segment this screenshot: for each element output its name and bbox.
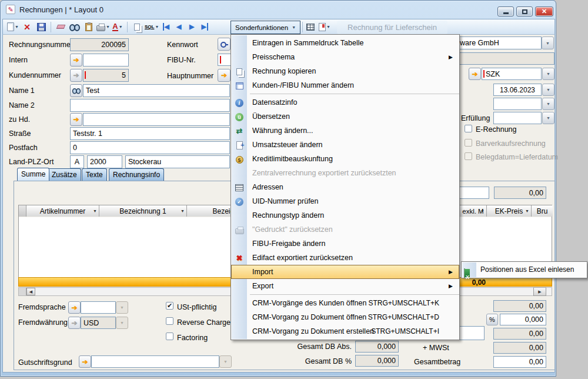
delete-button[interactable]: ✕ — [21, 21, 34, 34]
tab-zusaetze[interactable]: Zusätze — [48, 168, 81, 181]
font-button[interactable]: A▼ — [111, 21, 124, 34]
name2-field[interactable] — [70, 99, 230, 112]
name1-field[interactable]: Test — [83, 84, 230, 97]
strasse-field[interactable]: Teststr. 1 — [70, 127, 230, 140]
new-document-button[interactable]: ▼ — [6, 21, 19, 34]
belegdatum-dropdown-button[interactable]: ▼ — [542, 84, 554, 96]
menu-item-positionen-aus-excel[interactable]: Positionen aus Excel einlesen — [462, 262, 587, 278]
close-button[interactable]: ✕ — [535, 6, 553, 16]
factoring-checkbox[interactable] — [166, 333, 173, 340]
scroll-left-button[interactable]: ◀ — [26, 288, 35, 295]
postfach-field[interactable]: 0 — [70, 141, 230, 154]
fremdsprache-field[interactable] — [81, 301, 116, 314]
search-button[interactable] — [68, 21, 81, 34]
menu-item-crm-kunde-oeffnen[interactable]: CRM-Vorgänge des Kunden öffnenSTRG+UMSCH… — [231, 296, 459, 310]
paste-button[interactable] — [82, 21, 95, 34]
ust-pflichtig-checkbox[interactable]: ✔ — [166, 302, 173, 310]
fremdsprache-dropdown-button[interactable]: ▼ — [116, 301, 128, 314]
menu-item-crm-dokument-oeffnen[interactable]: CRM-Vorgang zu Dokument öffnenSTRG+UMSCH… — [231, 310, 459, 324]
menu-item-uebersetzen[interactable]: üÜbersetzen — [231, 109, 459, 124]
minimize-button[interactable] — [497, 6, 514, 16]
rabatt-prozent-field[interactable]: 0,000 — [500, 314, 546, 325]
menu-item-gedruckt-reset[interactable]: "Gedruckt" zurücksetzen — [231, 222, 459, 237]
menu-item-edifact-reset[interactable]: ✖Edifact exportiert zurücksetzen — [231, 251, 459, 265]
belegdatum-lieferdatum-checkbox[interactable] — [465, 152, 472, 160]
menu-item-uid-pruefen[interactable]: ✓UID-Nummer prüfen — [231, 194, 459, 208]
grid-view-button[interactable] — [304, 21, 317, 34]
datum-dropdown-button[interactable]: ▼ — [542, 98, 554, 110]
tab-summe[interactable]: Summe — [17, 168, 49, 181]
plz-field[interactable]: 2000 — [87, 155, 122, 168]
name1-search-button[interactable] — [70, 84, 82, 97]
fremdsprache-lookup-button[interactable]: ➔ — [68, 301, 81, 314]
tab-rechnungsinfo[interactable]: Rechnungsinfo — [109, 168, 164, 181]
menu-item-waehrung-aendern[interactable]: ⇄Währung ändern... — [231, 124, 459, 138]
zu-hd-lookup-button[interactable]: ➔ — [70, 113, 82, 126]
rechnung-fuer-lieferschein-button[interactable]: Rechnung für Lieferschein — [337, 21, 447, 34]
hauptnummer-lookup-button[interactable]: ➔ — [218, 69, 230, 82]
erfuellung-field[interactable] — [493, 112, 542, 124]
gutschriftsgrund-field[interactable] — [91, 355, 219, 368]
nav-first-button[interactable]: ◀ — [160, 21, 172, 34]
menu-item-import[interactable]: Import▶ — [231, 265, 459, 279]
menu-item-zentralverrechnung-reset[interactable]: Zentralverrechnung exportiert zurücksetz… — [231, 166, 459, 180]
kennzeichen-field[interactable]: SZK — [482, 68, 542, 80]
prozent-button[interactable]: % — [486, 314, 498, 325]
print-button[interactable]: ▼ — [96, 21, 110, 34]
summe-top-field[interactable] — [456, 187, 489, 199]
gesamtbetrag-field[interactable]: 0,00 — [493, 356, 546, 368]
copy-button[interactable] — [131, 21, 143, 34]
layout-button[interactable]: ▼ — [318, 21, 331, 34]
column-header-exkl-m[interactable]: exkl. M▼ — [460, 205, 487, 217]
maximize-button[interactable] — [516, 6, 533, 16]
column-header-ek-preis[interactable]: EK-Preis▼ — [487, 205, 532, 217]
fremdwaehrung-lookup-button[interactable]: ➔ — [68, 317, 81, 329]
kundennummer-lookup-button[interactable]: ➔ — [70, 69, 82, 82]
menu-item-kreditlimit[interactable]: $Kreditlimitbeauskunftung — [231, 152, 459, 166]
kennzeichen-dropdown-button[interactable]: ▼ — [542, 68, 554, 80]
menu-item-preisschema[interactable]: Preisschema▶ — [231, 50, 459, 64]
titlebar[interactable]: ✎ Rechnungen | * Layout 0 ✕ — [1, 1, 556, 18]
e-rechnung-checkbox[interactable] — [465, 125, 472, 132]
sonderfunktionen-button[interactable]: Sonderfunktionen▼ — [230, 21, 300, 34]
erfuellung-dropdown-button[interactable]: ▼ — [542, 112, 554, 124]
column-header-brutto[interactable]: Bru — [532, 205, 553, 217]
kennzeichen-lookup-button[interactable]: ➔ — [469, 68, 481, 80]
save-button[interactable] — [35, 21, 48, 34]
menu-item-rechnungstyp-aendern[interactable]: Rechnungstyp ändern — [231, 208, 459, 222]
menu-item-eintragen-sammeldruck[interactable]: Eintragen in Sammeldruck Tabelle — [231, 36, 459, 50]
erase-button[interactable] — [54, 21, 67, 34]
nav-prev-button[interactable]: ◀ — [173, 21, 185, 34]
kundennummer-field[interactable]: 5 — [83, 69, 129, 82]
menu-item-umsatzsteuer-aendern[interactable]: Umsatzsteuer ändern — [231, 138, 459, 152]
dropdown-caret-icon: ▼ — [15, 25, 19, 29]
belegdatum-field[interactable]: 13.06.2023 — [493, 84, 542, 96]
firma-dropdown-button[interactable]: ▼ — [542, 36, 554, 49]
reverse-charge-checkbox[interactable] — [166, 317, 173, 325]
menu-item-datensatzinfo[interactable]: iDatensatzinfo — [231, 95, 459, 109]
scroll-right-button[interactable]: ▶ — [533, 287, 546, 296]
column-header-artikelnummer[interactable]: Artikelnummer▼ — [26, 205, 99, 217]
ort-field[interactable]: Stockerau — [125, 155, 230, 168]
zu-hd-field[interactable] — [83, 113, 230, 126]
nav-last-button[interactable]: ▶ — [199, 21, 211, 34]
fremdwaehrung-dropdown-button[interactable]: ▼ — [116, 317, 128, 329]
menu-item-rechnung-kopieren[interactable]: Rechnung kopieren — [231, 64, 459, 78]
menu-item-crm-dokument-erstellen[interactable]: CRM-Vorgang zu Dokument erstellenSTRG+UM… — [231, 324, 459, 338]
gutschriftsgrund-lookup-button[interactable]: ➔ — [79, 355, 91, 368]
sql-button[interactable]: SQL▼ — [145, 21, 159, 34]
rechnungsnummer-field[interactable]: 200095 — [70, 38, 129, 51]
gutschriftsgrund-dropdown-button[interactable]: ▼ — [219, 355, 232, 368]
tab-texte[interactable]: Texte — [82, 168, 107, 181]
datum-field[interactable] — [493, 98, 542, 110]
intern-lookup-button[interactable]: ➔ — [70, 54, 82, 67]
kennwort-button[interactable] — [218, 38, 230, 51]
menu-item-adressen[interactable]: Adressen — [231, 180, 459, 194]
fremdwaehrung-field[interactable]: USD — [81, 317, 116, 329]
nav-next-button[interactable]: ▶ — [186, 21, 198, 34]
intern-field[interactable] — [83, 54, 129, 67]
barverkaufsrechnung-checkbox[interactable] — [465, 139, 472, 147]
column-header-bezeichnung1[interactable]: Bezeichnung 1▼ — [99, 205, 187, 217]
menu-item-fibu-freigabe[interactable]: FIBU-Freigabe ändern — [231, 237, 459, 251]
land-field[interactable]: A — [70, 155, 84, 168]
